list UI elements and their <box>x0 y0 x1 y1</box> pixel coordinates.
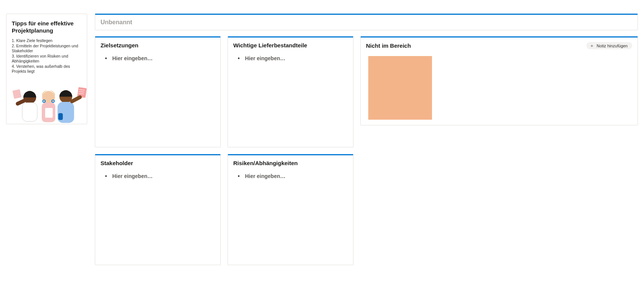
section-body-placeholder[interactable]: Hier eingeben… <box>101 173 215 179</box>
svg-rect-16 <box>58 113 63 120</box>
section-body-placeholder[interactable]: Hier eingeben… <box>101 55 215 61</box>
tips-list: Klare Ziele festlegen Ermitteln der Proj… <box>12 38 82 74</box>
board-title-placeholder: Unbenannt <box>101 19 132 26</box>
svg-rect-8 <box>45 108 53 118</box>
section-stakeholders[interactable]: Stakeholder Hier eingeben… <box>95 154 221 265</box>
main-column: Unbenannt Zielsetzungen Hier eingeben… S… <box>95 14 638 265</box>
tips-card: Tipps für eine effektive Projektplanung … <box>6 14 87 124</box>
section-title: Wichtige Lieferbestandteile <box>233 42 307 48</box>
add-note-label: Notiz hinzufügen <box>597 44 628 48</box>
section-goals[interactable]: Zielsetzungen Hier eingeben… <box>95 36 221 147</box>
tips-item: Identifizieren von Risiken und Abhängigk… <box>12 54 82 64</box>
svg-rect-2 <box>22 103 38 122</box>
tips-item: Ermitteln der Projektleistungen und Stak… <box>12 44 82 53</box>
tips-title: Tipps für eine effektive Projektplanung <box>12 20 82 34</box>
sections-grid: Zielsetzungen Hier eingeben… Stakeholder… <box>95 36 638 265</box>
section-title: Stakeholder <box>101 160 133 166</box>
section-deliverables[interactable]: Wichtige Lieferbestandteile Hier eingebe… <box>228 36 353 147</box>
section-title: Risiken/Abhängigkeiten <box>233 160 298 166</box>
svg-point-4 <box>42 91 55 104</box>
section-risks[interactable]: Risiken/Abhängigkeiten Hier eingeben… <box>228 154 353 265</box>
section-body-placeholder[interactable]: Hier eingeben… <box>233 173 348 179</box>
svg-rect-0 <box>13 89 22 99</box>
section-out-of-scope[interactable]: Nicht im Bereich ＋ Notiz hinzufügen <box>360 36 638 125</box>
whiteboard-canvas[interactable]: Tipps für eine effektive Projektplanung … <box>0 0 644 303</box>
tips-item: Klare Ziele festlegen <box>12 38 82 43</box>
section-title: Nicht im Bereich <box>366 42 411 49</box>
sticky-note[interactable] <box>368 56 432 120</box>
tips-item: Verstehen, was außerhalb des Projekts li… <box>12 64 82 74</box>
add-note-button[interactable]: ＋ Notiz hinzufügen <box>586 42 632 49</box>
section-title: Zielsetzungen <box>101 42 138 48</box>
section-body-placeholder[interactable]: Hier eingeben… <box>233 55 348 61</box>
board-title-input[interactable]: Unbenannt <box>95 14 638 30</box>
plus-icon: ＋ <box>589 43 594 48</box>
people-illustration <box>6 86 87 124</box>
